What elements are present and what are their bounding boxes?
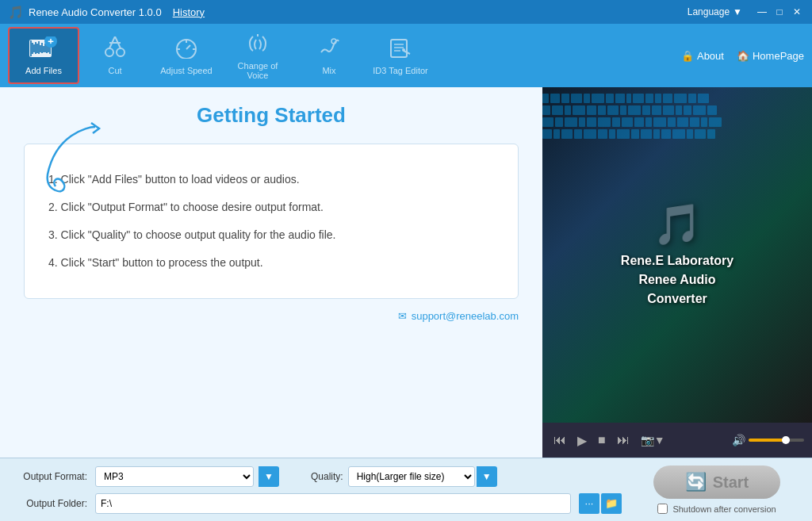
close-button[interactable]: ✕ xyxy=(790,5,804,19)
music-note-icon: 🎵 xyxy=(653,201,702,247)
app-title: Renee Audio Converter 1.0.0 xyxy=(29,6,162,18)
minimize-button[interactable]: — xyxy=(755,5,769,19)
svg-rect-8 xyxy=(41,43,43,53)
about-lock-icon: 🔒 xyxy=(681,50,694,62)
homepage-icon: 🏠 xyxy=(737,50,749,62)
language-dropdown-icon: ▼ xyxy=(733,6,742,17)
quality-label: Quality: xyxy=(311,471,343,482)
step2-text: 2. Click "Output Format" to choose desir… xyxy=(48,199,494,216)
start-refresh-icon: 🔄 xyxy=(685,472,707,492)
volume-track[interactable] xyxy=(749,439,804,442)
fast-forward-button[interactable]: ⏭ xyxy=(614,430,633,450)
instruction-box: 1. Click "Add Files" button to load vide… xyxy=(24,144,519,299)
media-overlay: 🎵 Rene.E Laboratory Renee Audio Converte… xyxy=(542,87,812,423)
media-controls: ⏮ ▶ ■ ⏭ 📷▼ 🔊 xyxy=(542,423,812,458)
output-folder-row: Output Folder: ··· 📁 xyxy=(16,493,622,514)
about-button[interactable]: 🔒 About xyxy=(681,50,724,62)
svg-point-17 xyxy=(105,48,113,56)
history-link[interactable]: History xyxy=(173,6,205,18)
shutdown-label: Shutdown after conversion xyxy=(672,504,776,514)
volume-fill xyxy=(749,439,784,442)
shutdown-row: Shutdown after conversion xyxy=(657,504,776,514)
quality-dropdown-arrow[interactable]: ▼ xyxy=(477,466,497,487)
mix-button[interactable]: Mix xyxy=(293,27,365,84)
cut-icon xyxy=(103,36,127,63)
adjust-speed-label: Adjust Speed xyxy=(160,66,212,75)
main-content: Getting Started 1. Click "Add Files" but… xyxy=(0,87,812,458)
add-files-icon xyxy=(29,36,58,63)
about-label: About xyxy=(697,50,724,62)
getting-started-title: Getting Started xyxy=(24,103,519,128)
output-format-row: Output Format: MP3 ▼ Quality: High(Large… xyxy=(16,466,622,487)
output-format-dropdown-arrow[interactable]: ▼ xyxy=(259,466,279,487)
folder-buttons: ··· 📁 xyxy=(579,493,622,514)
svg-rect-29 xyxy=(391,40,407,57)
screenshot-button[interactable]: 📷▼ xyxy=(638,431,668,450)
svg-point-33 xyxy=(402,48,405,52)
support-email[interactable]: support@reneelab.com xyxy=(412,310,519,322)
svg-rect-16 xyxy=(50,38,52,44)
quality-row: Quality: High(Larger file size) ▼ xyxy=(311,466,497,487)
window-controls: — □ ✕ xyxy=(755,5,804,19)
step1-text: 1. Click "Add Files" button to load vide… xyxy=(48,171,494,188)
adjust-speed-button[interactable]: Adjust Speed xyxy=(151,27,222,84)
change-of-voice-icon xyxy=(245,32,270,58)
shutdown-checkbox[interactable] xyxy=(657,504,668,514)
svg-rect-4 xyxy=(35,42,36,54)
add-files-label: Add Files xyxy=(25,66,62,75)
stop-button[interactable]: ■ xyxy=(595,430,609,450)
getting-started-panel: Getting Started 1. Click "Add Files" but… xyxy=(0,87,542,458)
volume-icon: 🔊 xyxy=(732,434,745,446)
play-button[interactable]: ▶ xyxy=(574,430,590,451)
media-player-panel: 🎵 Rene.E Laboratory Renee Audio Converte… xyxy=(542,87,812,458)
language-button[interactable]: Language ▼ xyxy=(688,6,742,17)
language-label: Language xyxy=(688,6,730,17)
media-background: 🎵 Rene.E Laboratory Renee Audio Converte… xyxy=(542,87,812,423)
open-folder-button[interactable]: 📁 xyxy=(601,493,622,514)
maximize-button[interactable]: □ xyxy=(772,5,787,19)
change-of-voice-button[interactable]: Change of Voice xyxy=(222,27,293,84)
title-bar-right: Language ▼ — □ ✕ xyxy=(688,5,804,19)
svg-rect-7 xyxy=(40,45,41,52)
id3-tag-editor-button[interactable]: ID3 Tag Editor xyxy=(365,27,436,84)
title-bar-left: 🎵 Renee Audio Converter 1.0.0 History xyxy=(8,5,205,20)
media-display: 🎵 Rene.E Laboratory Renee Audio Converte… xyxy=(542,87,812,423)
output-settings: Output Format: MP3 ▼ Quality: High(Large… xyxy=(16,466,622,514)
volume-control[interactable]: 🔊 xyxy=(732,434,804,446)
title-bar: 🎵 Renee Audio Converter 1.0.0 History La… xyxy=(0,0,812,24)
toolbar: Add Files Cut Adjust Speed xyxy=(0,24,812,87)
adjust-speed-icon xyxy=(174,36,199,63)
homepage-button[interactable]: 🏠 HomePage xyxy=(737,50,804,62)
mix-label: Mix xyxy=(322,66,335,75)
output-folder-label: Output Folder: xyxy=(16,498,87,509)
id3-tag-editor-icon xyxy=(388,36,413,63)
rewind-button[interactable]: ⏮ xyxy=(550,430,569,450)
browse-dots-button[interactable]: ··· xyxy=(579,493,599,514)
support-row: ✉ support@reneelab.com xyxy=(24,310,519,322)
start-button[interactable]: 🔄 Start xyxy=(653,465,780,499)
mix-icon xyxy=(316,36,342,63)
svg-rect-1 xyxy=(30,40,32,56)
start-area: 🔄 Start Shutdown after conversion xyxy=(638,465,796,514)
output-format-select[interactable]: MP3 xyxy=(95,466,254,487)
output-folder-input[interactable] xyxy=(95,493,571,514)
quality-select[interactable]: High(Larger file size) xyxy=(348,466,475,487)
bottom-bar: Output Format: MP3 ▼ Quality: High(Large… xyxy=(0,458,812,521)
svg-rect-2 xyxy=(32,43,33,54)
svg-line-24 xyxy=(186,45,190,49)
change-of-voice-label: Change of Voice xyxy=(226,61,289,80)
svg-point-18 xyxy=(117,48,124,56)
toolbar-right: 🔒 About 🏠 HomePage xyxy=(681,50,804,62)
start-label: Start xyxy=(713,473,749,492)
add-files-button[interactable]: Add Files xyxy=(8,27,79,84)
step4-text: 4. Click "Start" button to process the o… xyxy=(48,255,494,271)
svg-rect-9 xyxy=(43,46,44,52)
step3-text: 3. Click "Quality" to choose output qual… xyxy=(48,227,494,243)
app-logo-icon: 🎵 xyxy=(8,5,24,20)
cut-label: Cut xyxy=(108,66,121,75)
id3-tag-editor-label: ID3 Tag Editor xyxy=(373,66,428,75)
cut-button[interactable]: Cut xyxy=(79,27,151,84)
homepage-label: HomePage xyxy=(753,50,804,62)
svg-rect-5 xyxy=(36,44,38,53)
media-title: Rene.E Laboratory Renee Audio Converter xyxy=(621,251,733,308)
